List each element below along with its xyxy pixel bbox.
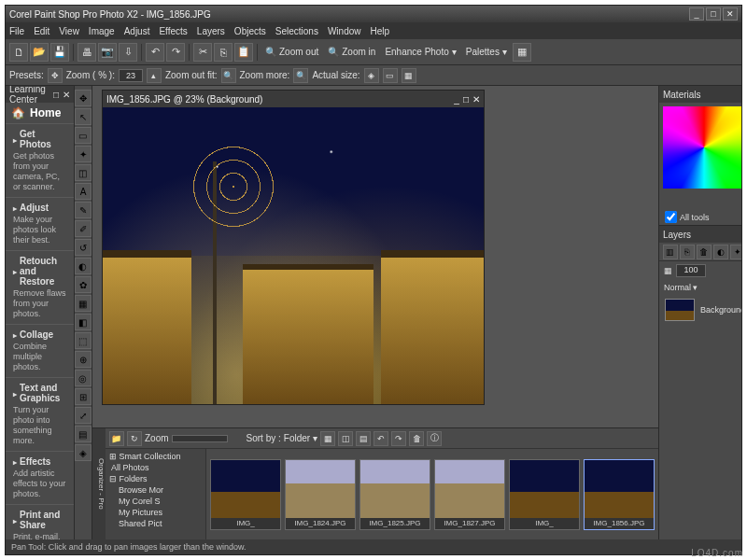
minimize-button[interactable]: _ xyxy=(689,7,704,21)
thumbnail[interactable]: IMG_ xyxy=(210,459,281,530)
lc-adjust[interactable]: Adjust Make your photos look their best. xyxy=(6,197,74,250)
tree-pictures[interactable]: My Pictures xyxy=(107,507,204,518)
menu-window[interactable]: Window xyxy=(328,26,361,36)
panel-close-icon[interactable]: ✕ xyxy=(63,90,70,100)
organizer-tab[interactable]: Organizer - Pro xyxy=(92,428,106,539)
org-delete-icon[interactable]: 🗑 xyxy=(409,431,424,446)
undo-icon[interactable]: ↶ xyxy=(146,43,164,62)
document-canvas[interactable] xyxy=(103,107,484,404)
dodge-tool-icon[interactable]: ◐ xyxy=(75,258,92,274)
titlebar[interactable]: Corel Paint Shop Pro Photo X2 - IMG_1856… xyxy=(6,6,741,22)
layer-name[interactable]: Background xyxy=(700,305,741,315)
menu-image[interactable]: Image xyxy=(89,26,115,36)
menu-file[interactable]: File xyxy=(9,26,24,36)
org-refresh-icon[interactable]: ↻ xyxy=(127,431,142,446)
scan-icon[interactable]: ⇩ xyxy=(119,43,137,62)
document-titlebar[interactable]: IMG_1856.JPG @ 23% (Background) _ □ ✕ xyxy=(103,91,484,107)
org-view2-icon[interactable]: ◫ xyxy=(338,431,353,446)
maximize-button[interactable]: □ xyxy=(706,7,721,21)
thumbnail[interactable]: IMG_ xyxy=(509,459,580,530)
materials-header[interactable]: Materials ◈ □ ✕ xyxy=(659,86,741,103)
pan-tool-icon[interactable]: ✥ xyxy=(75,90,92,106)
org-sort-value[interactable]: Folder xyxy=(284,433,310,443)
tree-corel[interactable]: My Corel S xyxy=(107,496,204,507)
fit-window-icon[interactable]: ▭ xyxy=(383,68,398,83)
del-layer-icon[interactable]: 🗑 xyxy=(697,245,712,259)
thumbnail[interactable]: IMG_1827.JPG xyxy=(434,459,505,530)
magic-wand-icon[interactable]: ✦ xyxy=(75,146,92,162)
effect-tool-icon[interactable]: ✿ xyxy=(75,276,92,293)
panel-collapse-icon[interactable]: □ xyxy=(53,90,59,100)
menu-layers[interactable]: Layers xyxy=(197,26,225,36)
color-picker[interactable] xyxy=(663,106,741,189)
tree-all-photos[interactable]: All Photos xyxy=(107,462,204,473)
org-rotate-r-icon[interactable]: ↷ xyxy=(391,431,406,446)
thumbnail-selected[interactable]: IMG_1856.JPG xyxy=(584,459,655,530)
text-tool-icon[interactable]: A xyxy=(75,183,92,200)
fx-layer-icon[interactable]: ✦ xyxy=(730,245,741,259)
enhance-photo-button[interactable]: Enhance Photo ▾ xyxy=(381,47,459,57)
vector-tool-icon[interactable]: ◈ xyxy=(75,444,92,461)
pattern-tool-icon[interactable]: ▤ xyxy=(75,426,92,442)
shape-tool-icon[interactable]: ⬚ xyxy=(75,332,92,349)
tree-smart-collection[interactable]: ⊞ Smart Collection xyxy=(107,451,204,462)
doc-minimize-icon[interactable]: _ xyxy=(454,94,459,105)
lc-collage[interactable]: Collage Combine multiple photos. xyxy=(6,324,74,377)
zoom-out-button[interactable]: 🔍 Zoom out xyxy=(261,47,322,57)
mask-layer-icon[interactable]: ◐ xyxy=(713,245,728,259)
zoom-spinner-icon[interactable]: ▴ xyxy=(147,68,162,83)
thumbnail[interactable]: IMG_1824.JPG xyxy=(285,459,356,530)
clone-tool-icon[interactable]: ✐ xyxy=(75,220,92,237)
tree-shared[interactable]: Shared Pict xyxy=(107,518,204,529)
new-layer-icon[interactable]: ▥ xyxy=(663,245,678,259)
all-tools-checkbox[interactable] xyxy=(665,211,677,223)
close-button[interactable]: ✕ xyxy=(723,7,738,21)
print-icon[interactable]: 🖶 xyxy=(78,43,96,62)
palettes-button[interactable]: Palettes ▾ xyxy=(462,47,511,57)
lc-retouch[interactable]: Retouch and Restore Remove flaws from yo… xyxy=(6,250,74,324)
tree-browse[interactable]: Browse Mor xyxy=(107,484,204,496)
tree-folders[interactable]: ⊟ Folders xyxy=(107,473,204,484)
org-view3-icon[interactable]: ▤ xyxy=(356,431,371,446)
zoom-more-icon[interactable]: 🔍 xyxy=(293,68,308,83)
canvas-area[interactable]: IMG_1856.JPG @ 23% (Background) _ □ ✕ xyxy=(92,86,658,427)
eraser-tool-icon[interactable]: ▦ xyxy=(75,295,92,312)
fill-tool-icon[interactable]: ◧ xyxy=(75,314,92,330)
grid-tool-icon[interactable]: ⊞ xyxy=(75,388,92,405)
lc-print-share[interactable]: Print and Share Print, e-mail, and share… xyxy=(6,504,74,539)
org-info-icon[interactable]: ⓘ xyxy=(427,431,442,446)
redeye-tool-icon[interactable]: ◎ xyxy=(75,370,92,386)
lc-effects[interactable]: Effects Add artistic effects to your pho… xyxy=(6,451,74,504)
new-icon[interactable]: 🗋 xyxy=(9,43,28,62)
dup-layer-icon[interactable]: ⎘ xyxy=(680,245,695,259)
warp-tool-icon[interactable]: ⤢ xyxy=(75,407,92,424)
org-rotate-l-icon[interactable]: ↶ xyxy=(374,431,388,446)
crop-tool-icon[interactable]: ◫ xyxy=(75,164,92,181)
save-icon[interactable]: 💾 xyxy=(50,43,69,62)
org-folder-icon[interactable]: 📁 xyxy=(109,431,124,446)
blend-mode-dropdown[interactable]: Normal ▾ xyxy=(664,283,698,292)
document-window[interactable]: IMG_1856.JPG @ 23% (Background) _ □ ✕ xyxy=(102,90,485,405)
learning-center-home[interactable]: 🏠 Home xyxy=(6,103,74,123)
fit-screen-icon[interactable]: ▦ xyxy=(402,68,416,83)
lc-text-graphics[interactable]: Text and Graphics Turn your photo into s… xyxy=(6,377,74,451)
learning-center-header[interactable]: Learning Center □ ✕ xyxy=(6,86,74,103)
thumbnail-strip[interactable]: IMG_ IMG_1824.JPG IMG_1825.JPG IMG_1827.… xyxy=(206,449,658,539)
menu-edit[interactable]: Edit xyxy=(34,26,49,36)
paste-icon[interactable]: 📋 xyxy=(234,43,253,62)
layers-header[interactable]: Layers ◈ □ ✕ xyxy=(659,226,741,243)
toolbar-extra-icon[interactable]: ▦ xyxy=(513,43,531,62)
menu-effects[interactable]: Effects xyxy=(159,26,187,36)
presets-pan-icon[interactable]: ✥ xyxy=(48,68,63,83)
cut-icon[interactable]: ✂ xyxy=(193,43,212,62)
actual-size-icon[interactable]: ◈ xyxy=(364,68,379,83)
menu-objects[interactable]: Objects xyxy=(234,26,266,36)
menu-view[interactable]: View xyxy=(59,26,79,36)
selection-tool-icon[interactable]: ▭ xyxy=(75,127,92,144)
thumbnail[interactable]: IMG_1825.JPG xyxy=(359,459,430,530)
pick-tool-icon[interactable]: ↖ xyxy=(75,108,92,125)
lc-get-photos[interactable]: Get Photos Get photos from your camera, … xyxy=(6,123,74,197)
doc-maximize-icon[interactable]: □ xyxy=(463,94,469,105)
org-zoom-slider[interactable] xyxy=(172,435,228,442)
redo-icon[interactable]: ↷ xyxy=(166,43,185,62)
